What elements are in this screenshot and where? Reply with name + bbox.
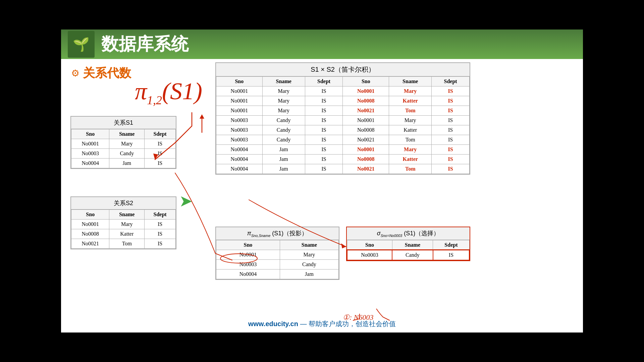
sel-table: σSno=No0003 (S1)（选择） Sno Sname Sdept No0… (346, 227, 470, 261)
proj-table-title: πSno,Sname (S1)（投影） (216, 227, 339, 240)
s1-table-title: 关系S1 (71, 117, 176, 129)
s1-col-sname: Sname (109, 129, 145, 139)
table-row: No0001 Mary IS (71, 139, 176, 149)
table-row: No0004 Jam IS No0021 Tom IS (216, 164, 470, 174)
header: 🌱 数据库系统 (61, 29, 583, 59)
table-row: No0004 Jam IS No0008 Katter IS (216, 155, 470, 164)
cartesian-table-title: S1 × S2（笛卡尔积） (216, 63, 470, 76)
table-row: No0004 Jam IS No0001 Mary IS (216, 145, 470, 155)
table-row: No0021 Tom IS (71, 239, 176, 249)
table-row: No0003 Candy IS No0021 Tom IS (216, 135, 470, 145)
slide: 🌱 数据库系统 ⚙ 关系代数 π1,2(S1) 关系S1 Sno Sname S… (61, 29, 583, 333)
pi-formula: π1,2(S1) (135, 77, 202, 107)
table-row: No0003 Candy IS No0001 Mary IS (216, 116, 470, 125)
s2-col-sdept: Sdept (145, 210, 176, 220)
svg-marker-4 (341, 243, 346, 248)
s2-col-sno: Sno (71, 210, 109, 220)
table-row: No0003 Candy IS (347, 250, 469, 260)
table-row: No0001 Mary IS No0021 Tom IS (216, 106, 470, 116)
s1-table: 关系S1 Sno Sname Sdept No0001 Mary IS (70, 116, 176, 169)
table-row: No0003 Candy IS (71, 149, 176, 159)
cartesian-table: S1 × S2（笛卡尔积） Sno Sname Sdept Sno Sname … (215, 62, 470, 175)
table-row: No0003 Candy (216, 259, 339, 269)
table-row: No0003 Candy IS No0008 Katter IS (216, 125, 470, 135)
footer-url: www.educity.cn (248, 320, 298, 327)
header-title: 数据库系统 (101, 33, 189, 56)
footer: www.educity.cn — 帮助客户成功，创造社会价值 (61, 319, 583, 328)
s2-table-data: Sno Sname Sdept No0001 Mary IS No0008 Ka… (71, 209, 176, 249)
content: ⚙ 关系代数 π1,2(S1) 关系S1 Sno Sname Sdept (61, 59, 583, 333)
table-row: No0008 Katter IS (71, 229, 176, 239)
section-title: ⚙ 关系代数 (71, 65, 131, 81)
table-row: No0004 Jam IS (71, 159, 176, 168)
cartesian-table-data: Sno Sname Sdept Sno Sname Sdept No0001 M… (216, 76, 470, 174)
s2-col-sname: Sname (109, 210, 145, 220)
s1-table-data: Sno Sname Sdept No0001 Mary IS No0003 Ca… (71, 129, 176, 168)
plant-icon: 🌱 (68, 31, 95, 58)
proj-table: πSno,Sname (S1)（投影） Sno Sname No0001 Mar… (215, 227, 339, 280)
table-row: No0001 Mary IS No0001 Mary IS (216, 86, 470, 96)
svg-marker-1 (200, 114, 204, 119)
sel-table-data: Sno Sname Sdept No0003 Candy IS (347, 240, 470, 260)
s2-table-title: 关系S2 (71, 197, 176, 209)
table-row: No0004 Jam (216, 269, 339, 279)
section-icon: ⚙ (71, 68, 79, 79)
footer-text: 帮助客户成功，创造社会价值 (309, 320, 396, 327)
section-text: 关系代数 (83, 65, 131, 81)
table-row: No0001 Mary (216, 250, 339, 259)
table-row: No0001 Mary IS No0008 Katter IS (216, 96, 470, 106)
green-arrow: ➤ (179, 191, 193, 210)
s1-col-sno: Sno (71, 129, 109, 139)
s2-table: 关系S2 Sno Sname Sdept No0001 Mary IS (70, 196, 176, 249)
footer-separator: — (300, 320, 307, 327)
proj-table-data: Sno Sname No0001 Mary No0003 Candy No000… (216, 240, 339, 279)
table-row: No0001 Mary IS (71, 220, 176, 229)
s1-col-sdept: Sdept (145, 129, 176, 139)
pi-subscript: 1,2 (147, 94, 162, 107)
sel-table-title: σSno=No0003 (S1)（选择） (347, 227, 470, 240)
